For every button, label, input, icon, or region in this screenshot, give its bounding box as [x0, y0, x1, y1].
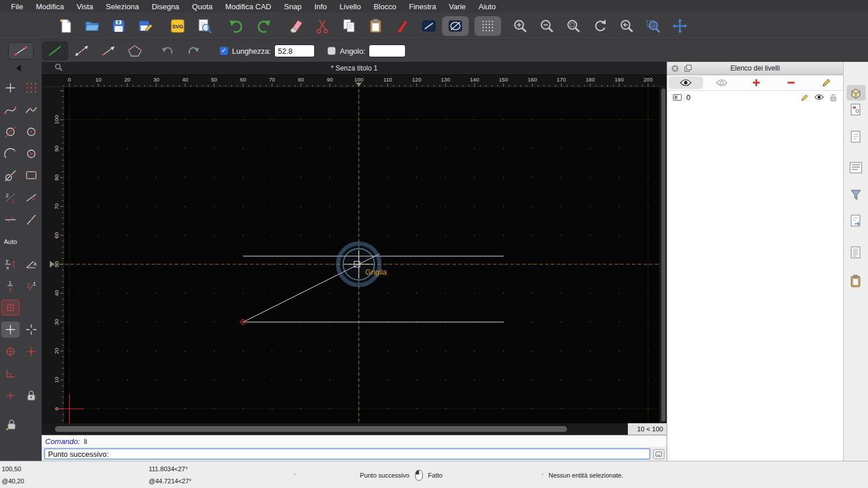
restrict-vertical-button[interactable]: [22, 212, 41, 228]
horizontal-scrollbar[interactable]: 10 < 100: [42, 423, 667, 435]
snap-point-button[interactable]: [22, 343, 41, 360]
snap-free-button[interactable]: [1, 80, 20, 96]
coordinates-cartesian-button[interactable]: yx: [1, 256, 20, 272]
selection-window-button[interactable]: [22, 168, 41, 184]
snap-quadrant-button[interactable]: [22, 124, 41, 140]
snap-on-entity-button[interactable]: [22, 102, 41, 118]
options-redo-button[interactable]: [181, 41, 207, 61]
menu-blocco[interactable]: Blocco: [367, 2, 403, 11]
length-input[interactable]: [274, 45, 315, 57]
remove-layer-button[interactable]: [774, 75, 808, 90]
lock-snap-button[interactable]: [22, 387, 41, 404]
line-attributes-button[interactable]: [415, 14, 442, 38]
undo-button[interactable]: [223, 14, 250, 38]
show-all-layers-button[interactable]: [668, 76, 703, 89]
dock-layer-list-button[interactable]: [847, 102, 866, 117]
menu-aiuto[interactable]: Aiuto: [472, 2, 502, 11]
collapse-left-toolbar-button[interactable]: [0, 62, 42, 75]
horizontal-scrollbar-thumb[interactable]: [55, 426, 567, 432]
angle-checkbox[interactable]: [328, 47, 336, 55]
hide-all-layers-button[interactable]: [704, 75, 739, 90]
command-input-box[interactable]: Punto successivo:: [44, 448, 650, 460]
new-file-button[interactable]: [52, 14, 79, 38]
menu-disegna[interactable]: Disegna: [145, 2, 186, 11]
zoom-auto-button[interactable]: [560, 14, 587, 38]
lock-relative-zero-button[interactable]: [2, 416, 21, 432]
menu-livello[interactable]: Livello: [333, 2, 367, 11]
dock-entity-list-button[interactable]: [847, 160, 866, 175]
coordinates-polar-button[interactable]: a: [22, 256, 41, 272]
length-checkbox[interactable]: [220, 47, 228, 55]
open-file-button[interactable]: [79, 14, 105, 38]
dock-block-list-button[interactable]: [847, 85, 866, 101]
snap-middle-button[interactable]: 2: [22, 190, 41, 206]
delete-button[interactable]: [282, 14, 309, 38]
export-svg-button[interactable]: SVG: [164, 14, 191, 38]
snap-endpoint-button[interactable]: [1, 102, 20, 118]
zoom-pan-button[interactable]: [667, 14, 693, 38]
dock-clipboard-button[interactable]: [847, 273, 866, 289]
layer-lock-toggle[interactable]: [828, 93, 838, 102]
menu-modifica-cad[interactable]: Modifica CAD: [219, 2, 277, 11]
paste-button[interactable]: [362, 14, 389, 38]
snap-center-button[interactable]: [1, 124, 20, 140]
snap-reference-button[interactable]: [1, 343, 20, 360]
command-input[interactable]: [111, 450, 646, 459]
layer-visibility-toggle[interactable]: [814, 93, 824, 102]
command-keyboard-button[interactable]: [653, 449, 664, 459]
snap-circle-center-button[interactable]: [22, 146, 41, 162]
snap-distance-button[interactable]: [1, 146, 20, 162]
draft-mode-button[interactable]: [442, 16, 469, 36]
layer-row[interactable]: 0: [667, 91, 843, 103]
relative-zero-plus-button[interactable]: [1, 321, 20, 338]
menu-quota[interactable]: Quota: [186, 2, 219, 11]
angle-input[interactable]: [369, 45, 406, 57]
line-multiple-button[interactable]: [68, 41, 95, 61]
menu-vista[interactable]: Vista: [70, 2, 100, 11]
reference-point-button[interactable]: [1, 387, 20, 404]
angle-snap-button[interactable]: [1, 365, 20, 382]
line-2-points-button[interactable]: [42, 41, 68, 61]
options-undo-button[interactable]: [154, 41, 181, 61]
snap-ratio-button[interactable]: 21: [22, 278, 41, 294]
dock-command-line-button[interactable]: [847, 245, 866, 260]
edit-layer-button[interactable]: [808, 75, 843, 90]
snap-divide-button[interactable]: 21: [1, 190, 20, 206]
zoom-in-button[interactable]: [507, 14, 534, 38]
restrict-horizontal-button[interactable]: [1, 212, 20, 228]
print-preview-button[interactable]: [191, 14, 218, 38]
polygon-button[interactable]: [122, 41, 148, 61]
menu-file[interactable]: File: [5, 2, 30, 11]
menu-finestra[interactable]: Finestra: [403, 2, 443, 11]
vertical-scrollbar-thumb[interactable]: [661, 88, 665, 422]
save-as-button[interactable]: [132, 14, 159, 38]
close-panel-button[interactable]: [671, 64, 679, 73]
grid-toggle-button[interactable]: [475, 16, 501, 36]
menu-varie[interactable]: Varie: [443, 2, 472, 11]
snap-half-button[interactable]: 12: [1, 278, 20, 294]
snap-grid-button[interactable]: [22, 80, 41, 96]
menu-modifica[interactable]: Modifica: [30, 2, 70, 11]
menu-snap[interactable]: Snap: [278, 2, 308, 11]
snap-auto-button[interactable]: Auto: [1, 234, 20, 250]
zoom-out-button[interactable]: [534, 14, 560, 38]
line-ray-button[interactable]: [95, 41, 122, 61]
zoom-previous-button[interactable]: [613, 14, 640, 38]
menu-info[interactable]: Info: [308, 2, 333, 11]
snap-tangent-button[interactable]: [1, 168, 20, 184]
float-panel-button[interactable]: [683, 64, 692, 73]
set-relative-zero-button[interactable]: [22, 321, 41, 338]
dock-filter-button[interactable]: [847, 187, 866, 202]
zoom-redraw-button[interactable]: [587, 14, 613, 38]
add-layer-button[interactable]: [739, 75, 774, 90]
zoom-window-button[interactable]: [640, 14, 667, 38]
vertical-scrollbar[interactable]: [660, 87, 667, 423]
cut-button[interactable]: [309, 14, 336, 38]
pen-attributes-button[interactable]: [389, 14, 415, 38]
dock-document-button[interactable]: [847, 129, 866, 145]
redo-button[interactable]: [250, 14, 277, 38]
save-button[interactable]: [105, 14, 132, 38]
restrict-orthogonal-button[interactable]: [1, 300, 20, 316]
layer-edit-icon[interactable]: [799, 93, 810, 102]
copy-button[interactable]: [336, 14, 362, 38]
